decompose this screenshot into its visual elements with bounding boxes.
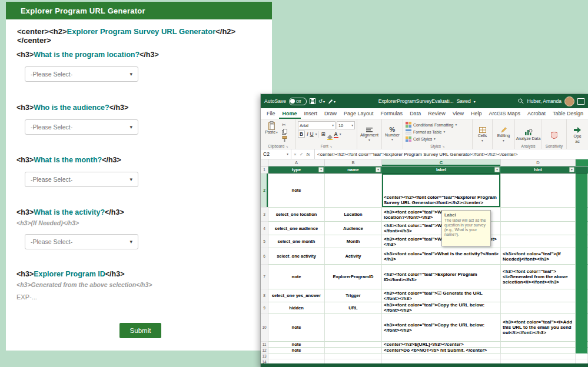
- conditional-formatting-button[interactable]: Conditional Formatting ▾: [403, 121, 472, 128]
- tab-data[interactable]: Data: [406, 108, 424, 119]
- filter-icon[interactable]: ▾: [569, 167, 574, 172]
- tab-arcgis-maps[interactable]: ArcGIS Maps: [486, 108, 524, 119]
- column-header-e[interactable]: [576, 159, 588, 166]
- row-header-4[interactable]: 4: [261, 222, 268, 235]
- cell-B6[interactable]: Activity: [325, 248, 382, 265]
- cell-D6[interactable]: <h3><font color="teal">(If Needed)</font…: [501, 248, 576, 265]
- cell-C13[interactable]: [382, 353, 501, 359]
- cell-C6[interactable]: <h3><font color="teal">What is the activ…: [382, 248, 501, 265]
- cell-E3[interactable]: [576, 208, 588, 222]
- column-header-d[interactable]: D: [501, 159, 576, 166]
- editing-button[interactable]: Editing ▾: [493, 121, 514, 149]
- number-format-button[interactable]: % Number ▾: [382, 121, 403, 149]
- format-painter-button[interactable]: [282, 136, 287, 142]
- row-header-1[interactable]: 1: [261, 166, 268, 174]
- autosave-toggle[interactable]: Off: [289, 98, 307, 105]
- cell-styles-button[interactable]: Cell Styles ▾: [403, 135, 472, 142]
- tab-insert[interactable]: Insert: [301, 108, 321, 119]
- cell-B4[interactable]: Audience: [325, 222, 382, 235]
- cell-D3[interactable]: [501, 208, 576, 222]
- cell-D7[interactable]: <h3><font color="teal"><i>Generated from…: [501, 265, 576, 289]
- ink-button[interactable]: ▾: [328, 99, 335, 104]
- header-cell-type[interactable]: type▾: [268, 166, 325, 174]
- row-header-10[interactable]: 10: [261, 313, 268, 342]
- cell-A10[interactable]: note: [268, 313, 325, 342]
- cell-C8[interactable]: <h3><font color="teal">☑ Generate the UR…: [382, 289, 501, 302]
- cell-E13[interactable]: [576, 353, 588, 359]
- cell-B10[interactable]: [325, 313, 382, 342]
- save-button[interactable]: [310, 98, 315, 104]
- cell-B12[interactable]: [325, 348, 382, 353]
- partial-ribbon-button[interactable]: Ope ac: [567, 121, 588, 149]
- italic-button[interactable]: I: [307, 131, 308, 137]
- cell-D2[interactable]: [501, 174, 576, 208]
- column-header-c[interactable]: C: [382, 159, 501, 166]
- bold-button[interactable]: B: [298, 131, 305, 138]
- cell-D12[interactable]: [501, 348, 576, 353]
- cell-C9[interactable]: <h3><font color="teal">Copy the URL belo…: [382, 302, 501, 313]
- header-cell-name[interactable]: name▾: [325, 166, 382, 174]
- font-size-select[interactable]: 10▾: [337, 121, 355, 129]
- cell-B2[interactable]: [325, 174, 382, 208]
- window-control-icon[interactable]: [577, 98, 584, 105]
- row-header-11[interactable]: 11: [261, 342, 268, 348]
- dialog-launcher-icon[interactable]: ↘: [442, 145, 445, 148]
- undo-button[interactable]: ↺▾: [318, 98, 325, 104]
- alignment-button[interactable]: Alignment ▾: [357, 121, 381, 149]
- cell-E2[interactable]: [576, 174, 588, 208]
- cell-E6[interactable]: [576, 248, 588, 265]
- search-button[interactable]: [518, 98, 524, 104]
- cell-B3[interactable]: Location: [325, 208, 382, 222]
- cancel-button[interactable]: ×: [294, 152, 297, 157]
- cell-A6[interactable]: select_one activity: [268, 248, 325, 265]
- cell-E7[interactable]: [576, 265, 588, 289]
- location-select[interactable]: -Please Select- ▾: [25, 66, 138, 82]
- cell-B8[interactable]: Trigger: [325, 289, 382, 302]
- cut-button[interactable]: ✂: [282, 122, 287, 128]
- cell-D4[interactable]: [501, 222, 576, 235]
- tab-file[interactable]: File: [263, 108, 279, 119]
- row-header-14[interactable]: 14: [261, 359, 268, 363]
- avatar[interactable]: [564, 96, 574, 106]
- underline-button[interactable]: U: [310, 131, 314, 137]
- borders-button[interactable]: ⊞: [321, 131, 325, 137]
- format-as-table-button[interactable]: Format as Table ▾: [403, 128, 472, 135]
- cell-D11[interactable]: [501, 342, 576, 348]
- cell-B5[interactable]: Month: [325, 235, 382, 248]
- cell-C7[interactable]: <h3><font color="teal">Explorer Program …: [382, 265, 501, 289]
- activity-select[interactable]: -Please Select- ▾: [25, 234, 138, 249]
- font-name-select[interactable]: Arial▾: [298, 121, 335, 129]
- cell-A3[interactable]: select_one location: [268, 208, 325, 222]
- dialog-launcher-icon[interactable]: ↘: [330, 145, 333, 148]
- cell-D5[interactable]: [501, 235, 576, 248]
- cell-C2-selected[interactable]: <center><h2><font color="teal">Explorer …: [382, 174, 501, 208]
- cell-A12[interactable]: note: [268, 348, 325, 353]
- row-header-12[interactable]: 12: [261, 348, 268, 353]
- cell-A9[interactable]: hidden: [268, 302, 325, 313]
- cell-D8[interactable]: [501, 289, 576, 302]
- cell-A5[interactable]: select_one month: [268, 235, 325, 248]
- cell-C10[interactable]: <h3><font color="teal">Copy the URL belo…: [382, 313, 501, 342]
- enter-button[interactable]: ✓: [300, 152, 304, 157]
- audience-select[interactable]: -Please Select- ▾: [25, 119, 138, 135]
- cell-C14[interactable]: [382, 359, 501, 363]
- cell-A11[interactable]: note: [268, 342, 325, 348]
- tab-help[interactable]: Help: [467, 108, 486, 119]
- tab-home[interactable]: Home: [279, 108, 301, 119]
- saved-status[interactable]: Saved: [457, 98, 471, 104]
- cell-E5[interactable]: [576, 235, 588, 248]
- row-header-3[interactable]: 3: [261, 208, 268, 222]
- cell-E12[interactable]: [576, 348, 588, 353]
- column-header-a[interactable]: A: [268, 159, 325, 166]
- row-header-7[interactable]: 7: [261, 265, 268, 289]
- insert-function-button[interactable]: fx: [306, 152, 310, 157]
- cell-D9[interactable]: [501, 302, 576, 313]
- select-all-corner[interactable]: [261, 159, 268, 166]
- cell-D14[interactable]: [501, 359, 576, 363]
- cell-A13[interactable]: [268, 353, 325, 359]
- cell-E8[interactable]: [576, 289, 588, 302]
- tab-table-design[interactable]: Table Design: [549, 108, 587, 119]
- header-cell-label[interactable]: label▾: [382, 166, 501, 174]
- cell-B9[interactable]: URL: [325, 302, 382, 313]
- tab-formulas[interactable]: Formulas: [377, 108, 407, 119]
